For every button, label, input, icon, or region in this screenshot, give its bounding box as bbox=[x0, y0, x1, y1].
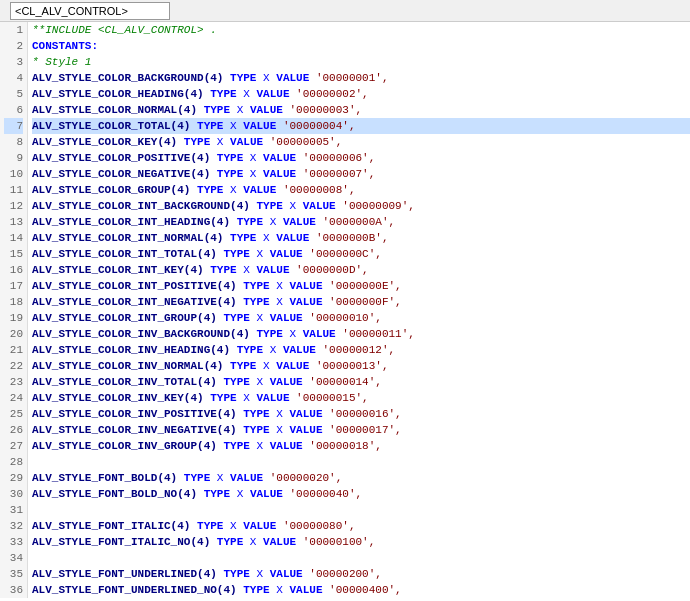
code-line: ALV_STYLE_COLOR_INT_TOTAL(4) TYPE X VALU… bbox=[32, 246, 690, 262]
code-line: ALV_STYLE_FONT_ITALIC(4) TYPE X VALUE '0… bbox=[32, 518, 690, 534]
code-line: * Style 1 bbox=[32, 54, 690, 70]
code-line: ALV_STYLE_COLOR_KEY(4) TYPE X VALUE '000… bbox=[32, 134, 690, 150]
code-editor[interactable]: 1234567891011121314151617181920212223242… bbox=[0, 22, 690, 601]
line-number: 27 bbox=[4, 438, 23, 454]
code-line: ALV_STYLE_COLOR_GROUP(4) TYPE X VALUE '0… bbox=[32, 182, 690, 198]
line-number: 24 bbox=[4, 390, 23, 406]
line-number: 4 bbox=[4, 70, 23, 86]
line-number: 19 bbox=[4, 310, 23, 326]
line-number: 2 bbox=[4, 38, 23, 54]
line-number: 1 bbox=[4, 22, 23, 38]
line-number: 21 bbox=[4, 342, 23, 358]
code-line: ALV_STYLE_FONT_BOLD_NO(4) TYPE X VALUE '… bbox=[32, 486, 690, 502]
code-line: ALV_STYLE_COLOR_INV_HEADING(4) TYPE X VA… bbox=[32, 342, 690, 358]
line-number: 5 bbox=[4, 86, 23, 102]
code-line: ALV_STYLE_FONT_UNDERLINED_NO(4) TYPE X V… bbox=[32, 582, 690, 598]
code-line: ALV_STYLE_COLOR_INV_NEGATIVE(4) TYPE X V… bbox=[32, 422, 690, 438]
line-number: 7 bbox=[4, 118, 23, 134]
line-number: 34 bbox=[4, 550, 23, 566]
code-line: ALV_STYLE_FONT_ITALIC_NO(4) TYPE X VALUE… bbox=[32, 534, 690, 550]
line-number: 17 bbox=[4, 278, 23, 294]
code-line: ALV_STYLE_FONT_BOLD(4) TYPE X VALUE '000… bbox=[32, 470, 690, 486]
line-number: 16 bbox=[4, 262, 23, 278]
line-number: 8 bbox=[4, 134, 23, 150]
code-line: ALV_STYLE_COLOR_INT_NORMAL(4) TYPE X VAL… bbox=[32, 230, 690, 246]
line-number: 3 bbox=[4, 54, 23, 70]
line-number: 10 bbox=[4, 166, 23, 182]
line-number: 13 bbox=[4, 214, 23, 230]
code-line: ALV_STYLE_COLOR_INT_GROUP(4) TYPE X VALU… bbox=[32, 310, 690, 326]
line-number: 9 bbox=[4, 150, 23, 166]
code-line bbox=[32, 550, 690, 566]
code-line: ALV_STYLE_FONT_UNDERLINED(4) TYPE X VALU… bbox=[32, 566, 690, 582]
line-number: 11 bbox=[4, 182, 23, 198]
code-line: ALV_STYLE_COLOR_NORMAL(4) TYPE X VALUE '… bbox=[32, 102, 690, 118]
code-line: ALV_STYLE_COLOR_INV_BACKGROUND(4) TYPE X… bbox=[32, 326, 690, 342]
code-area: 1234567891011121314151617181920212223242… bbox=[0, 22, 690, 598]
code-line: ALV_STYLE_COLOR_TOTAL(4) TYPE X VALUE '0… bbox=[32, 118, 690, 134]
line-number: 33 bbox=[4, 534, 23, 550]
line-number: 14 bbox=[4, 230, 23, 246]
line-number: 36 bbox=[4, 582, 23, 598]
line-number: 35 bbox=[4, 566, 23, 582]
line-number: 12 bbox=[4, 198, 23, 214]
line-numbers: 1234567891011121314151617181920212223242… bbox=[0, 22, 28, 598]
code-line bbox=[32, 502, 690, 518]
line-number: 6 bbox=[4, 102, 23, 118]
line-number: 20 bbox=[4, 326, 23, 342]
code-line: ALV_STYLE_COLOR_INT_HEADING(4) TYPE X VA… bbox=[32, 214, 690, 230]
line-number: 31 bbox=[4, 502, 23, 518]
line-number: 30 bbox=[4, 486, 23, 502]
code-line: ALV_STYLE_COLOR_INT_POSITIVE(4) TYPE X V… bbox=[32, 278, 690, 294]
code-line: ALV_STYLE_COLOR_INT_BACKGROUND(4) TYPE X… bbox=[32, 198, 690, 214]
code-line: ALV_STYLE_COLOR_INV_NORMAL(4) TYPE X VAL… bbox=[32, 358, 690, 374]
code-line: ALV_STYLE_COLOR_POSITIVE(4) TYPE X VALUE… bbox=[32, 150, 690, 166]
code-line: ALV_STYLE_COLOR_BACKGROUND(4) TYPE X VAL… bbox=[32, 70, 690, 86]
code-line bbox=[32, 454, 690, 470]
line-number: 32 bbox=[4, 518, 23, 534]
line-number: 22 bbox=[4, 358, 23, 374]
line-number: 28 bbox=[4, 454, 23, 470]
line-number: 15 bbox=[4, 246, 23, 262]
code-line: ALV_STYLE_COLOR_INV_POSITIVE(4) TYPE X V… bbox=[32, 406, 690, 422]
include-input[interactable] bbox=[10, 2, 170, 20]
line-number: 29 bbox=[4, 470, 23, 486]
line-number: 26 bbox=[4, 422, 23, 438]
code-line: ALV_STYLE_COLOR_HEADING(4) TYPE X VALUE … bbox=[32, 86, 690, 102]
code-line: ALV_STYLE_COLOR_INT_NEGATIVE(4) TYPE X V… bbox=[32, 294, 690, 310]
line-number: 25 bbox=[4, 406, 23, 422]
line-number: 23 bbox=[4, 374, 23, 390]
line-number: 18 bbox=[4, 294, 23, 310]
code-line: **INCLUDE <CL_ALV_CONTROL> . bbox=[32, 22, 690, 38]
code-line: ALV_STYLE_COLOR_INV_TOTAL(4) TYPE X VALU… bbox=[32, 374, 690, 390]
code-line: ALV_STYLE_COLOR_INV_GROUP(4) TYPE X VALU… bbox=[32, 438, 690, 454]
code-line: ALV_STYLE_COLOR_INV_KEY(4) TYPE X VALUE … bbox=[32, 390, 690, 406]
code-line: CONSTANTS: bbox=[32, 38, 690, 54]
toolbar bbox=[0, 0, 690, 22]
code-lines: **INCLUDE <CL_ALV_CONTROL> .CONSTANTS:* … bbox=[28, 22, 690, 598]
code-line: ALV_STYLE_COLOR_NEGATIVE(4) TYPE X VALUE… bbox=[32, 166, 690, 182]
code-line: ALV_STYLE_COLOR_INT_KEY(4) TYPE X VALUE … bbox=[32, 262, 690, 278]
